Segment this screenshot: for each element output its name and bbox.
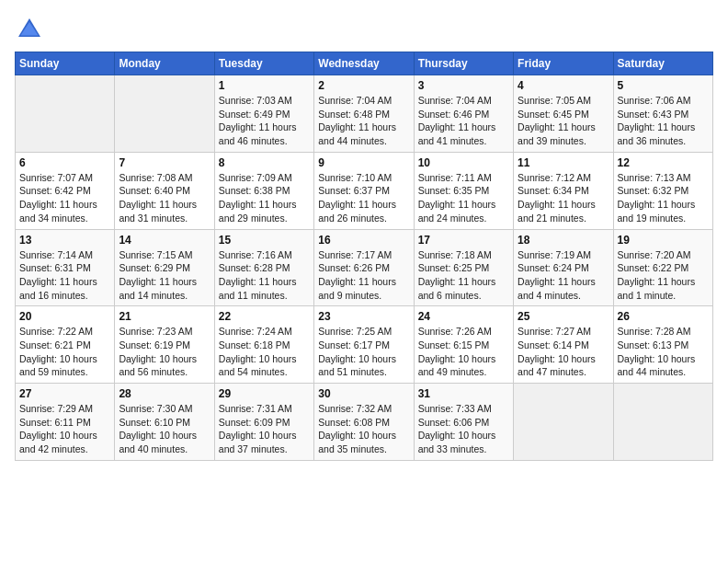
day-number: 29 [219, 387, 310, 400]
calendar-cell: 27Sunrise: 7:29 AMSunset: 6:11 PMDayligh… [16, 384, 115, 461]
day-number: 28 [119, 387, 210, 400]
calendar-cell [613, 384, 712, 461]
day-number: 2 [318, 79, 409, 92]
calendar-cell: 13Sunrise: 7:14 AMSunset: 6:31 PMDayligh… [16, 229, 115, 306]
calendar-cell: 31Sunrise: 7:33 AMSunset: 6:06 PMDayligh… [414, 384, 513, 461]
calendar-cell: 11Sunrise: 7:12 AMSunset: 6:34 PMDayligh… [514, 152, 613, 229]
calendar-cell: 5Sunrise: 7:06 AMSunset: 6:43 PMDaylight… [613, 75, 712, 153]
calendar-cell: 29Sunrise: 7:31 AMSunset: 6:09 PMDayligh… [214, 384, 313, 461]
column-header-wednesday: Wednesday [314, 52, 414, 75]
day-info: Sunrise: 7:09 AMSunset: 6:38 PMDaylight:… [219, 171, 310, 225]
day-info: Sunrise: 7:08 AMSunset: 6:40 PMDaylight:… [119, 171, 210, 225]
calendar-cell: 7Sunrise: 7:08 AMSunset: 6:40 PMDaylight… [115, 152, 214, 229]
day-info: Sunrise: 7:16 AMSunset: 6:28 PMDaylight:… [219, 248, 310, 303]
calendar-cell: 14Sunrise: 7:15 AMSunset: 6:29 PMDayligh… [115, 229, 214, 306]
column-header-sunday: Sunday [16, 52, 115, 75]
day-info: Sunrise: 7:28 AMSunset: 6:13 PMDaylight:… [618, 325, 709, 379]
calendar-cell: 23Sunrise: 7:25 AMSunset: 6:17 PMDayligh… [314, 306, 414, 384]
calendar-cell: 21Sunrise: 7:23 AMSunset: 6:19 PMDayligh… [115, 306, 214, 384]
day-info: Sunrise: 7:26 AMSunset: 6:15 PMDaylight:… [418, 325, 509, 379]
day-info: Sunrise: 7:10 AMSunset: 6:37 PMDaylight:… [318, 171, 409, 225]
calendar-cell: 17Sunrise: 7:18 AMSunset: 6:25 PMDayligh… [414, 229, 513, 306]
calendar-cell [115, 75, 214, 153]
day-info: Sunrise: 7:19 AMSunset: 6:24 PMDaylight:… [518, 248, 609, 303]
day-number: 1 [219, 79, 310, 92]
day-number: 26 [618, 310, 709, 323]
calendar-cell: 22Sunrise: 7:24 AMSunset: 6:18 PMDayligh… [214, 306, 313, 384]
day-number: 5 [618, 79, 709, 92]
day-number: 4 [518, 79, 609, 92]
calendar-cell: 10Sunrise: 7:11 AMSunset: 6:35 PMDayligh… [414, 152, 513, 229]
day-info: Sunrise: 7:24 AMSunset: 6:18 PMDaylight:… [219, 325, 310, 379]
calendar-cell: 12Sunrise: 7:13 AMSunset: 6:32 PMDayligh… [613, 152, 712, 229]
day-info: Sunrise: 7:15 AMSunset: 6:29 PMDaylight:… [119, 248, 210, 303]
day-number: 9 [318, 156, 409, 169]
calendar-cell: 8Sunrise: 7:09 AMSunset: 6:38 PMDaylight… [214, 152, 313, 229]
day-number: 24 [418, 310, 509, 323]
column-header-friday: Friday [514, 52, 613, 75]
calendar-cell [16, 75, 115, 153]
day-number: 13 [19, 234, 110, 247]
column-header-saturday: Saturday [613, 52, 712, 75]
calendar-cell: 25Sunrise: 7:27 AMSunset: 6:14 PMDayligh… [514, 306, 613, 384]
day-number: 6 [19, 156, 110, 169]
day-info: Sunrise: 7:07 AMSunset: 6:42 PMDaylight:… [19, 171, 110, 225]
day-info: Sunrise: 7:04 AMSunset: 6:46 PMDaylight:… [418, 94, 509, 148]
page-header [15, 15, 713, 44]
calendar-cell [514, 384, 613, 461]
day-number: 11 [518, 156, 609, 169]
calendar-cell: 28Sunrise: 7:30 AMSunset: 6:10 PMDayligh… [115, 384, 214, 461]
day-number: 23 [318, 310, 409, 323]
day-info: Sunrise: 7:23 AMSunset: 6:19 PMDaylight:… [119, 325, 210, 379]
day-info: Sunrise: 7:03 AMSunset: 6:49 PMDaylight:… [219, 94, 310, 148]
day-number: 3 [418, 79, 509, 92]
day-number: 19 [618, 234, 709, 247]
day-info: Sunrise: 7:32 AMSunset: 6:08 PMDaylight:… [318, 402, 409, 456]
day-number: 16 [318, 234, 409, 247]
calendar-cell: 1Sunrise: 7:03 AMSunset: 6:49 PMDaylight… [214, 75, 313, 153]
calendar-cell: 16Sunrise: 7:17 AMSunset: 6:26 PMDayligh… [314, 229, 414, 306]
day-info: Sunrise: 7:18 AMSunset: 6:25 PMDaylight:… [418, 248, 509, 303]
calendar-cell: 15Sunrise: 7:16 AMSunset: 6:28 PMDayligh… [214, 229, 313, 306]
calendar-cell: 26Sunrise: 7:28 AMSunset: 6:13 PMDayligh… [613, 306, 712, 384]
day-number: 18 [518, 234, 609, 247]
day-number: 21 [119, 310, 210, 323]
day-info: Sunrise: 7:11 AMSunset: 6:35 PMDaylight:… [418, 171, 509, 225]
calendar-cell: 19Sunrise: 7:20 AMSunset: 6:22 PMDayligh… [613, 229, 712, 306]
calendar-cell: 24Sunrise: 7:26 AMSunset: 6:15 PMDayligh… [414, 306, 513, 384]
day-number: 30 [318, 387, 409, 400]
day-info: Sunrise: 7:22 AMSunset: 6:21 PMDaylight:… [19, 325, 110, 379]
day-info: Sunrise: 7:06 AMSunset: 6:43 PMDaylight:… [618, 94, 709, 148]
calendar-cell: 9Sunrise: 7:10 AMSunset: 6:37 PMDaylight… [314, 152, 414, 229]
calendar-cell: 6Sunrise: 7:07 AMSunset: 6:42 PMDaylight… [16, 152, 115, 229]
day-number: 15 [219, 234, 310, 247]
calendar-cell: 4Sunrise: 7:05 AMSunset: 6:45 PMDaylight… [514, 75, 613, 153]
calendar-cell: 18Sunrise: 7:19 AMSunset: 6:24 PMDayligh… [514, 229, 613, 306]
day-number: 31 [418, 387, 509, 400]
day-info: Sunrise: 7:25 AMSunset: 6:17 PMDaylight:… [318, 325, 409, 379]
calendar-cell: 20Sunrise: 7:22 AMSunset: 6:21 PMDayligh… [16, 306, 115, 384]
day-info: Sunrise: 7:04 AMSunset: 6:48 PMDaylight:… [318, 94, 409, 148]
day-number: 12 [618, 156, 709, 169]
day-number: 17 [418, 234, 509, 247]
day-number: 10 [418, 156, 509, 169]
day-info: Sunrise: 7:12 AMSunset: 6:34 PMDaylight:… [518, 171, 609, 225]
calendar-cell: 2Sunrise: 7:04 AMSunset: 6:48 PMDaylight… [314, 75, 414, 153]
column-header-thursday: Thursday [414, 52, 513, 75]
day-info: Sunrise: 7:27 AMSunset: 6:14 PMDaylight:… [518, 325, 609, 379]
day-info: Sunrise: 7:30 AMSunset: 6:10 PMDaylight:… [119, 402, 210, 456]
calendar-cell: 30Sunrise: 7:32 AMSunset: 6:08 PMDayligh… [314, 384, 414, 461]
day-info: Sunrise: 7:20 AMSunset: 6:22 PMDaylight:… [618, 248, 709, 303]
day-info: Sunrise: 7:29 AMSunset: 6:11 PMDaylight:… [19, 402, 110, 456]
day-number: 7 [119, 156, 210, 169]
day-info: Sunrise: 7:05 AMSunset: 6:45 PMDaylight:… [518, 94, 609, 148]
day-number: 20 [19, 310, 110, 323]
logo-icon [15, 15, 44, 44]
column-header-monday: Monday [115, 52, 214, 75]
calendar-cell: 3Sunrise: 7:04 AMSunset: 6:46 PMDaylight… [414, 75, 513, 153]
day-number: 27 [19, 387, 110, 400]
day-info: Sunrise: 7:31 AMSunset: 6:09 PMDaylight:… [219, 402, 310, 456]
day-info: Sunrise: 7:14 AMSunset: 6:31 PMDaylight:… [19, 248, 110, 303]
column-header-tuesday: Tuesday [214, 52, 313, 75]
day-number: 22 [219, 310, 310, 323]
